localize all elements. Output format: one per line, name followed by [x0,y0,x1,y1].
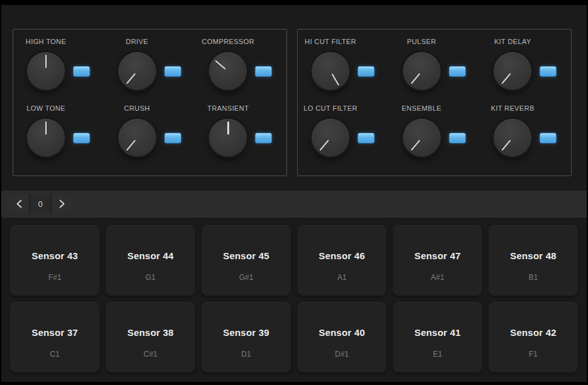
knob-pointer [45,121,47,135]
knob-label: CRUSH [118,104,156,112]
pad-note: C#1 [144,350,157,359]
knob-pointer [502,140,511,151]
pad-note: G1 [145,273,155,282]
pad-sensor-45[interactable]: Sensor 45G#1 [201,225,291,296]
knob-compressor[interactable] [209,52,247,90]
knob-label: LO CUT FILTER [312,104,349,112]
knob-label: TRANSIENT [209,104,247,112]
led-ensemble[interactable] [449,133,466,143]
pad-name: Sensor 47 [414,250,461,261]
pad-name: Sensor 37 [31,327,78,338]
knob-ensemble[interactable] [403,119,441,157]
pad-name: Sensor 42 [510,327,557,338]
pager-strip: 0 [1,191,587,218]
led-lo-cut-filter[interactable] [358,133,375,143]
knob-pointer [331,74,339,86]
led-transient[interactable] [255,133,272,143]
knob-label: DRIVE [118,38,156,45]
pad-name: Sensor 48 [510,250,557,261]
led-high-tone[interactable] [73,66,90,77]
pad-note: E1 [433,350,443,359]
pad-name: Sensor 43 [31,250,78,261]
knob-crush[interactable] [118,119,156,157]
led-pulser[interactable] [449,66,466,77]
chevron-left-icon [16,199,22,208]
knob-low-tone[interactable] [27,119,65,157]
page-value[interactable]: 0 [30,194,50,213]
knob-transient[interactable] [209,119,247,157]
knob-label: KIT REVERB [494,104,531,112]
pad-note: D1 [241,350,251,359]
pad-sensor-47[interactable]: Sensor 47A#1 [393,225,482,296]
knob-pointer [215,60,227,69]
knob-pointer [410,140,420,151]
pad-name: Sensor 45 [223,250,269,261]
page-next-button[interactable] [52,194,72,213]
knob-pointer [126,140,135,151]
pad-note: F#1 [48,273,62,282]
pad-sensor-38[interactable]: Sensor 38C#1 [106,302,195,372]
knob-label: HI CUT FILTER [312,38,349,45]
knob-lo-cut-filter[interactable] [312,119,349,157]
knob-label: KIT DELAY [494,38,531,45]
knob-pointer [410,73,420,84]
knob-pointer [319,140,329,151]
pad-sensor-43[interactable]: Sensor 43F#1 [10,225,99,296]
pad-name: Sensor 38 [127,327,174,338]
knob-drive[interactable] [118,52,156,90]
knob-high-tone[interactable] [27,52,65,90]
page-stepper: 0 [9,194,72,213]
pad-note: D#1 [335,350,349,359]
pad-sensor-37[interactable]: Sensor 37C1 [10,302,99,372]
led-drive[interactable] [164,66,181,77]
knob-pulser[interactable] [403,52,441,90]
sensor-pads-area: Sensor 43F#1 Sensor 44G1 Sensor 45G#1 Se… [1,218,587,382]
pad-name: Sensor 44 [127,250,174,261]
page-prev-button[interactable] [9,194,29,213]
pad-name: Sensor 41 [414,327,461,338]
led-crush[interactable] [164,133,181,143]
knob-kit-delay[interactable] [494,52,531,90]
pad-note: B1 [529,273,538,282]
knob-kit-reverb[interactable] [494,119,531,157]
pad-sensor-46[interactable]: Sensor 46A1 [297,225,387,296]
pad-name: Sensor 39 [223,327,269,338]
pad-sensor-39[interactable]: Sensor 39D1 [201,302,291,372]
pad-note: G#1 [239,273,254,282]
knob-label: LOW TONE [27,104,65,112]
led-hi-cut-filter[interactable] [358,66,375,77]
pad-grid: Sensor 43F#1 Sensor 44G1 Sensor 45G#1 Se… [10,225,578,372]
pad-sensor-40[interactable]: Sensor 40D#1 [297,302,387,372]
knob-label: COMPRESSOR [209,38,247,45]
pad-name: Sensor 46 [319,250,365,261]
left-effects-panel: HIGH TONE DRIVE COMPRESSOR [13,29,287,176]
led-kit-reverb[interactable] [540,133,557,143]
knob-hi-cut-filter[interactable] [312,52,349,90]
pad-note: A#1 [431,273,444,282]
pad-note: F1 [529,350,538,359]
right-effects-panel: HI CUT FILTER PULSER KIT DELAY [297,29,572,176]
knob-label: PULSER [403,38,441,45]
pad-sensor-48[interactable]: Sensor 48B1 [489,225,578,296]
knob-pointer [126,73,135,84]
pad-sensor-44[interactable]: Sensor 44G1 [106,225,195,296]
pad-name: Sensor 40 [319,327,365,338]
led-compressor[interactable] [255,66,272,77]
chevron-right-icon [59,199,65,208]
pad-note: C1 [50,350,59,359]
knob-pointer [227,121,229,135]
led-kit-delay[interactable] [540,66,557,77]
pad-note: A1 [337,273,347,282]
knob-pointer [45,55,47,68]
knob-label: HIGH TONE [27,38,65,45]
knob-pointer [502,73,511,84]
led-low-tone[interactable] [73,133,90,143]
knob-label: ENSEMBLE [403,104,441,112]
pad-sensor-41[interactable]: Sensor 41E1 [393,302,482,372]
plugin-window: HIGH TONE DRIVE COMPRESSOR [1,5,587,382]
pad-sensor-42[interactable]: Sensor 42F1 [489,302,578,372]
